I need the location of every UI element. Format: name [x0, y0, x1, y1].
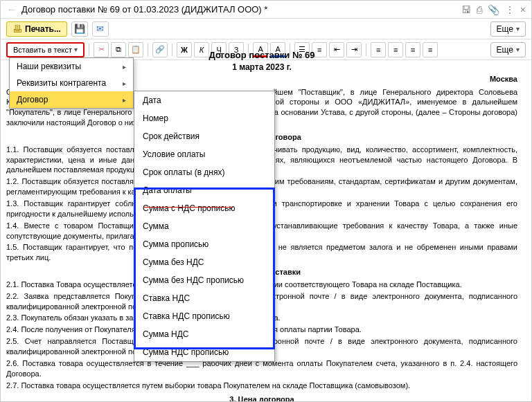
sub-sum-vat-words[interactable]: Сумма с НДС прописью [134, 199, 274, 217]
sub-number[interactable]: Номер [134, 109, 274, 127]
chevron-right-icon: ▸ [123, 80, 126, 87]
sub-sum[interactable]: Сумма [134, 217, 274, 235]
sub-payment-days[interactable]: Срок оплаты (в днях) [134, 163, 274, 181]
insert-menu: Наши реквизиты▸ Реквизиты контрагента▸ Д… [9, 57, 134, 109]
back-arrow-icon[interactable]: ← [6, 3, 17, 16]
save-icon[interactable]: 🖫 [461, 4, 471, 15]
chevron-down-icon: ▾ [516, 25, 520, 33]
menu-counterparty-details[interactable]: Реквизиты контрагента▸ [10, 75, 133, 91]
sub-validity[interactable]: Срок действия [134, 127, 274, 145]
menu-our-details[interactable]: Наши реквизиты▸ [10, 58, 133, 75]
email-button[interactable]: ✉ [92, 21, 109, 37]
chevron-right-icon: ▸ [123, 63, 126, 71]
attach-icon[interactable]: 📎 [488, 4, 499, 15]
sub-vat-sum-words[interactable]: Сумма НДС прописью [134, 343, 274, 361]
printer-icon: 🖶 [12, 24, 22, 35]
print-icon[interactable]: ⎙ [477, 4, 482, 15]
sub-vat-rate[interactable]: Ставка НДС [134, 289, 274, 307]
menu-contract[interactable]: Договор▸ [10, 91, 133, 108]
toolbar-main: 🖶Печать... 💾 ✉ Еще▾ [1, 19, 531, 39]
close-icon[interactable]: × [520, 4, 526, 15]
sub-date[interactable]: Дата [134, 91, 274, 109]
sub-vat-sum[interactable]: Сумма НДС [134, 325, 274, 343]
sub-payment-terms[interactable]: Условие оплаты [134, 145, 274, 163]
sub-vat-rate-words[interactable]: Ставка НДС прописью [134, 307, 274, 325]
more-button-1[interactable]: Еще▾ [490, 21, 526, 37]
sub-sum-novat[interactable]: Сумма без НДС [134, 253, 274, 271]
window-title: Договор поставки № 69 от 01.03.2023 (ДИД… [21, 4, 461, 15]
chevron-right-icon: ▸ [123, 96, 126, 104]
sub-payment-date[interactable]: Дата оплаты [134, 181, 274, 199]
save-button[interactable]: 💾 [71, 21, 88, 37]
section-3: 3. Цена договора [6, 394, 517, 402]
print-button[interactable]: 🖶Печать... [6, 21, 67, 37]
sub-sum-words[interactable]: Сумма прописью [134, 235, 274, 253]
p27: 2.7. Поставка товара осуществляется путе… [6, 381, 517, 391]
highlight-underline [143, 207, 233, 208]
contract-submenu: Дата Номер Срок действия Условие оплаты … [134, 91, 275, 362]
titlebar: ← Договор поставки № 69 от 01.03.2023 (Д… [1, 1, 531, 19]
more-dots-icon[interactable]: ⋮ [505, 4, 515, 15]
sub-sum-novat-words[interactable]: Сумма без НДС прописью [134, 271, 274, 289]
